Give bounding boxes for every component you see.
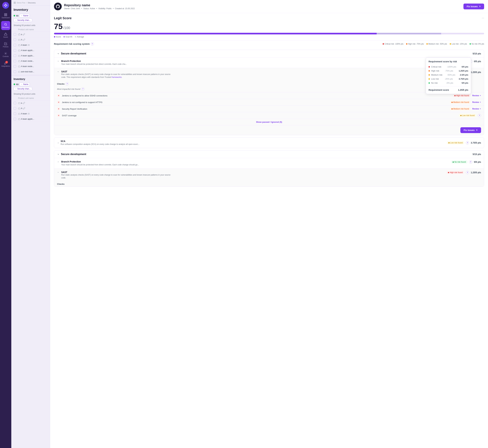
product-item-ateam-app1[interactable]: A team applic... <box>11 48 50 53</box>
sidebar-item-discovery[interactable]: Discovery <box>1 21 10 30</box>
branch-protection-2-chevron-icon[interactable] <box>57 161 59 163</box>
sast-coverage-help-button[interactable]: ? <box>478 114 481 117</box>
main-header: Repository name Owner: Chris John • Stat… <box>50 0 488 13</box>
breadcrumb: Demo Five / Discovery <box>11 0 50 6</box>
legend-average-dot <box>75 36 76 38</box>
security-filter-chip[interactable]: Security chan... <box>14 18 32 22</box>
branch-protection-2-badge: No risk found <box>451 160 467 164</box>
risk-system-help-button[interactable]: ? <box>91 42 94 46</box>
product-item-2-A[interactable]: A <box>11 106 50 111</box>
product-name-header: Product unit name <box>18 28 48 31</box>
secure-dev-2-pts: 5/15 pts <box>473 153 481 156</box>
more-options-button[interactable]: ··· <box>482 16 484 20</box>
sast-2-help-button[interactable]: ? <box>466 171 469 174</box>
product-checkbox-aviv[interactable] <box>14 70 16 73</box>
product-checkbox-ateam-nest2[interactable] <box>14 65 16 68</box>
fix-issues-row: Fix issues <box>54 125 484 135</box>
fix-issues-sast-button[interactable]: Fix issues <box>460 127 481 133</box>
sast-chevron-down-icon[interactable] <box>57 71 59 73</box>
sast-2-title: SAST <box>61 171 444 173</box>
sidebar-item-integrations-label: Integrations <box>1 65 10 67</box>
product-checkbox-a[interactable] <box>14 33 16 36</box>
security-filter-chip-2[interactable]: Security chan... <box>14 87 32 91</box>
risk-system-header: Requirement risk scoring system ? Critic… <box>54 40 484 47</box>
show-passed-button[interactable]: Show passed / Ignored (5) <box>54 119 484 125</box>
sidebar-item-dashboard[interactable]: Dashboard <box>1 11 10 20</box>
review-link-3[interactable]: Review <box>472 108 481 110</box>
sca-chevron-icon <box>57 142 59 144</box>
svg-point-5 <box>5 23 7 25</box>
name-filter-chip-2[interactable]: Name <box>19 82 30 86</box>
check-item-sast-coverage: SAST coverage Low risk found ? <box>54 112 484 119</box>
secure-dev-2-title: Secure development <box>61 153 86 156</box>
legend-goal-dot <box>64 36 65 38</box>
tooltip-row-medium: Medium risk -50% pts 2.5/5 pts <box>429 73 468 77</box>
product-checkbox-ateam[interactable] <box>14 44 16 46</box>
branch-protection-2-help-button[interactable]: ? <box>469 160 472 164</box>
sca-help-button[interactable]: ? <box>466 141 469 144</box>
product-checkbox-ateam-app2[interactable] <box>14 55 16 57</box>
product-item-2-ateam-app[interactable]: A team applic... <box>11 116 50 122</box>
legend-average: Average <box>75 36 84 38</box>
branch-protection-tooltip: Requirement score by risk Critical risk … <box>426 57 471 94</box>
filter-count-1: 93 <box>16 15 18 17</box>
showing-label-2: Showing 93 product units <box>11 92 50 96</box>
product-checkbox-ateam-app1[interactable] <box>14 49 16 52</box>
legend-score: Score <box>54 36 61 38</box>
check-risk-badge-4: Low risk found <box>459 114 476 117</box>
repo-created: Created at: 15.05.2022 <box>115 8 135 10</box>
repo-owner: Owner: Chris John <box>64 8 80 10</box>
app-logo[interactable] <box>2 2 9 9</box>
product-list-1: Product unit name a A A team <box>11 27 50 448</box>
inventory-title-2: Inventory <box>11 76 50 81</box>
name-filter-chip[interactable]: Name <box>19 14 30 17</box>
secure-dev-section-1-header[interactable]: Secure development 5/15 pts <box>54 50 484 57</box>
sidebar-item-integrations[interactable]: 1 Integrations <box>1 60 10 69</box>
score-legend: Score Goal 95 Average <box>54 36 484 38</box>
secure-dev-section-2-header[interactable]: Secure development 5/15 pts <box>54 151 484 158</box>
sidebar-item-policies[interactable]: Policies <box>1 40 10 49</box>
product-item-aviv[interactable]: aviv-test-train... <box>11 69 50 74</box>
section-2-chevron-down-icon <box>57 153 60 156</box>
branch-protection-chevron-icon[interactable] <box>57 60 59 62</box>
checks-help-button[interactable]: ? <box>65 82 69 85</box>
product-item-a[interactable]: a <box>11 32 50 37</box>
product-item-2-a[interactable]: a <box>11 100 50 106</box>
filter-active-dot <box>14 15 15 16</box>
product-item-ateam[interactable]: A team <box>11 42 50 48</box>
sast-2-chevron-icon[interactable] <box>57 171 59 173</box>
fix-issues-header-button[interactable]: Fix issues <box>464 4 484 9</box>
sca-desc: Run software composition analysis (SCA) … <box>61 143 140 146</box>
product-item-A[interactable]: A <box>11 37 50 42</box>
branch-protection-2-content: Branch Protection Your main branch shoul… <box>61 160 449 166</box>
frameworks-link[interactable]: frameworks <box>112 76 122 78</box>
inventory-title: Inventory <box>11 6 50 13</box>
svg-rect-26 <box>18 113 20 114</box>
product-checkbox-A[interactable] <box>14 39 16 41</box>
breadcrumb-discovery: Discovery <box>28 2 36 4</box>
svg-rect-14 <box>18 39 20 40</box>
product-item-ateam-nest2[interactable]: A team neste... <box>11 64 50 69</box>
product-item-2-ateam[interactable]: A team <box>11 111 50 116</box>
svg-rect-25 <box>18 108 20 109</box>
risk-labels: Critical risk -100% pts High risk -75% p… <box>383 43 484 45</box>
svg-rect-9 <box>14 2 15 3</box>
sidebar-item-dashboard-label: Dashboard <box>2 17 10 19</box>
sidebar-item-issues[interactable]: Issues <box>1 31 10 40</box>
legit-score-value: 75 <box>54 22 63 31</box>
product-item-ateam-nest1[interactable]: A team neste... <box>11 58 50 64</box>
sca-section-header[interactable]: SCA Run software composition analysis (S… <box>54 138 484 148</box>
review-link-2[interactable]: Review <box>472 101 481 103</box>
svg-rect-24 <box>18 103 20 104</box>
product-item-ateam-app2[interactable]: A team applic... <box>11 53 50 58</box>
branch-protection-pts: 0/5 pts <box>474 60 481 63</box>
most-impactful-help-button[interactable]: ? <box>81 87 84 91</box>
product-checkbox-ateam-nest1[interactable] <box>14 60 16 62</box>
sast-2-desc: Run static analysis checks (SAST) on eve… <box>61 173 171 179</box>
sidebar-item-controls[interactable]: Controls <box>1 50 10 59</box>
product-name-header-2: Product unit name <box>18 97 48 99</box>
github-icon <box>54 3 62 10</box>
risk-label-high: High risk -75% pts <box>406 43 424 45</box>
check-item-jenkins-https: Jenkins is not configured to support HTT… <box>54 99 484 105</box>
review-link-1[interactable]: Review <box>472 95 481 97</box>
